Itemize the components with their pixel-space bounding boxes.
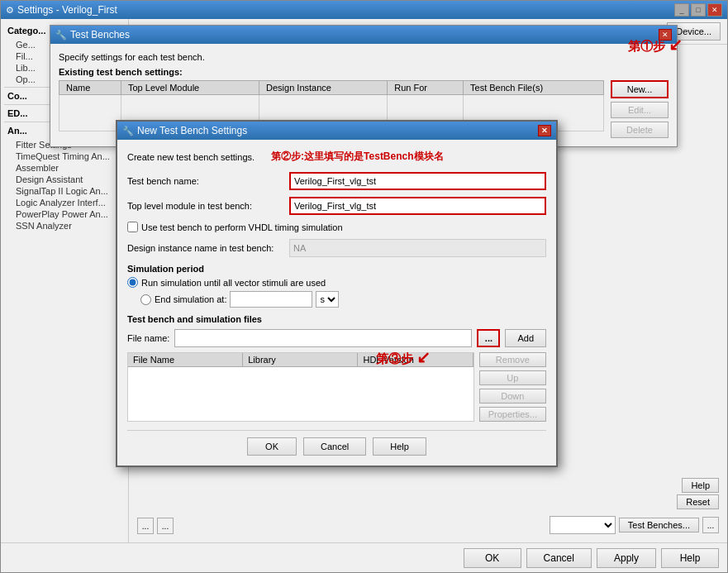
tb-files-section: Test bench and simulation files File nam… bbox=[127, 314, 546, 422]
dialog-titlebar: 🔧 New Test Bench Settings ✕ bbox=[117, 122, 556, 140]
top-level-label: Top level module in test bench: bbox=[127, 201, 284, 211]
test-benches-titlebar: 🔧 Test Benches ✕ bbox=[50, 26, 677, 44]
files-area: File Name Library HDL Version Remove Up … bbox=[127, 352, 546, 422]
radio-end-simulation[interactable] bbox=[140, 294, 151, 305]
tb-files-title: Test bench and simulation files bbox=[127, 314, 546, 324]
files-list-header: File Name Library HDL Version bbox=[128, 353, 473, 367]
sidebar-item-ssn[interactable]: SSN Analyzer bbox=[4, 220, 125, 232]
properties-button[interactable]: Properties... bbox=[479, 407, 546, 422]
file-name-row: File name: ... Add bbox=[127, 329, 546, 347]
main-apply-button[interactable]: Apply bbox=[597, 548, 656, 568]
edit-button[interactable]: Edit... bbox=[611, 102, 669, 118]
main-cancel-button[interactable]: Cancel bbox=[526, 548, 592, 568]
browse-side-button[interactable]: ... bbox=[702, 517, 719, 533]
test-benches-icon: 🔧 bbox=[55, 30, 67, 41]
col-top-level: Top Level Module bbox=[121, 81, 259, 95]
remove-button[interactable]: Remove bbox=[479, 352, 546, 367]
maximize-button[interactable]: □ bbox=[691, 3, 706, 17]
tb-name-label: Test bench name: bbox=[127, 176, 284, 186]
design-instance-label: Design instance name in test bench: bbox=[127, 243, 284, 253]
new-tb-dialog: 🔧 New Test Bench Settings ✕ Create new t… bbox=[116, 120, 558, 467]
design-instance-input bbox=[289, 239, 546, 257]
dialog-content: Create new test bench settings. 第②步:这里填写… bbox=[117, 140, 556, 466]
dialog-help-button[interactable]: Help bbox=[373, 437, 426, 456]
reset-button[interactable]: Reset bbox=[677, 494, 719, 509]
titlebar-controls: _ □ ✕ bbox=[674, 3, 722, 17]
main-title-icon: ⚙ bbox=[6, 5, 14, 16]
existing-settings-label: Existing test bench settings: bbox=[59, 67, 669, 77]
down-button[interactable]: Down bbox=[479, 389, 546, 403]
sim-end-value-input[interactable] bbox=[230, 291, 312, 308]
dialog-cancel-button[interactable]: Cancel bbox=[303, 437, 366, 456]
up-button[interactable]: Up bbox=[479, 370, 546, 385]
simulation-period-group: Simulation period Run simulation until a… bbox=[127, 264, 546, 308]
sidebar-item-assembler[interactable]: Assembler bbox=[4, 162, 125, 174]
col-design-instance: Design Instance bbox=[259, 81, 388, 95]
main-titlebar: ⚙ Settings - Verilog_First _ □ ✕ bbox=[1, 1, 727, 19]
create-label: Create new test bench settings. bbox=[127, 152, 255, 162]
sidebar-item-signaltap[interactable]: SignalTap II Logic An... bbox=[4, 185, 125, 197]
test-benches-button[interactable]: Test Benches... bbox=[619, 518, 699, 532]
test-benches-description: Specify settings for each test bench. bbox=[59, 52, 669, 62]
step2-annotation: 第②步:这里填写的是TestBench模块名 bbox=[271, 150, 443, 164]
sim-unit-select[interactable]: s bbox=[316, 291, 339, 308]
test-benches-title: Test Benches bbox=[70, 29, 130, 41]
main-ok-button[interactable]: OK bbox=[464, 548, 521, 568]
main-title-text: Settings - Verilog_First bbox=[17, 4, 117, 16]
vhdl-checkbox[interactable] bbox=[127, 222, 138, 232]
tb-name-input[interactable] bbox=[289, 172, 546, 190]
files-list-body bbox=[128, 367, 473, 417]
dialog-title: New Test Bench Settings bbox=[137, 125, 247, 136]
file-input[interactable] bbox=[174, 329, 472, 347]
file-col-name: File Name bbox=[128, 353, 243, 366]
file-label: File name: bbox=[127, 333, 169, 343]
left-browse-2[interactable]: ... bbox=[157, 518, 174, 534]
radio-all-stimuli[interactable] bbox=[127, 277, 138, 288]
sim-end-row: End simulation at: s bbox=[140, 291, 546, 308]
sidebar-item-logic-analyzer[interactable]: Logic Analyzer Interf... bbox=[4, 197, 125, 208]
design-instance-row: Design instance name in test bench: bbox=[127, 239, 546, 257]
radio-all-stimuli-label: Run simulation until all vector stimuli … bbox=[141, 278, 326, 288]
close-button[interactable]: ✕ bbox=[707, 3, 722, 17]
left-browse-1[interactable]: ... bbox=[137, 518, 154, 534]
browse-button[interactable]: ... bbox=[477, 329, 500, 347]
col-files: Test Bench File(s) bbox=[464, 81, 604, 95]
bottom-select[interactable] bbox=[550, 516, 616, 534]
col-run-for: Run For bbox=[388, 81, 464, 95]
help-button[interactable]: Help bbox=[682, 478, 719, 493]
delete-button[interactable]: Delete bbox=[611, 122, 669, 138]
dialog-icon: 🔧 bbox=[122, 126, 134, 136]
files-side-buttons: Remove Up Down Properties... bbox=[479, 352, 546, 422]
main-help-button[interactable]: Help bbox=[661, 548, 719, 568]
file-col-library: Library bbox=[243, 353, 358, 366]
sidebar-item-timequest[interactable]: TimeQuest Timing An... bbox=[4, 150, 125, 162]
minimize-button[interactable]: _ bbox=[674, 3, 689, 17]
add-button[interactable]: Add bbox=[505, 329, 546, 347]
tb-name-row: Test bench name: bbox=[127, 172, 546, 190]
radio-all-stimuli-row: Run simulation until all vector stimuli … bbox=[127, 277, 546, 288]
dialog-bottom: OK Cancel Help bbox=[127, 430, 546, 456]
dialog-close-button[interactable]: ✕ bbox=[538, 125, 551, 136]
file-col-hdl: HDL Version bbox=[358, 353, 473, 366]
vhdl-checkbox-row: Use test bench to perform VHDL timing si… bbox=[127, 222, 546, 232]
sim-period-title: Simulation period bbox=[127, 264, 546, 274]
new-button[interactable]: New... bbox=[611, 80, 669, 98]
dialog-ok-button[interactable]: OK bbox=[247, 437, 297, 456]
top-level-row: Top level module in test bench: bbox=[127, 197, 546, 215]
vhdl-checkbox-label: Use test bench to perform VHDL timing si… bbox=[141, 222, 343, 232]
panel-right-buttons: New... Edit... Delete bbox=[611, 80, 669, 138]
files-list: File Name Library HDL Version bbox=[127, 352, 474, 422]
col-name: Name bbox=[59, 81, 121, 95]
radio-end-label: End simulation at: bbox=[155, 294, 226, 304]
bottom-bar: OK Cancel Apply Help bbox=[1, 542, 727, 572]
sidebar-item-design-assistant[interactable]: Design Assistant bbox=[4, 174, 125, 185]
sidebar-item-powerplay[interactable]: PowerPlay Power An... bbox=[4, 208, 125, 220]
test-benches-close-button[interactable]: ✕ bbox=[659, 29, 672, 41]
top-level-input[interactable] bbox=[289, 197, 546, 215]
